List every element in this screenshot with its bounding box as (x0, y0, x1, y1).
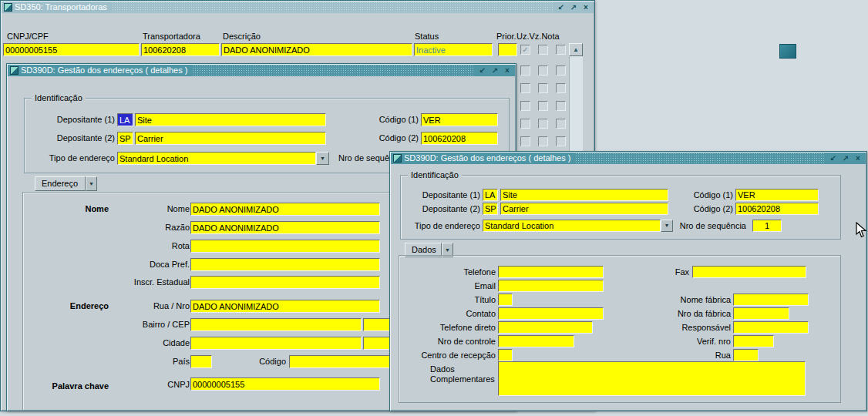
nome-field[interactable]: DADO ANONIMIZADO (190, 203, 380, 216)
vz-checkbox[interactable] (538, 136, 548, 146)
codigo1-field[interactable]: VER (421, 113, 498, 126)
cnpj-field[interactable]: 00000005155 (190, 377, 380, 391)
uz-checkbox[interactable] (520, 101, 530, 111)
inscr-estadual-field[interactable] (190, 276, 380, 289)
fax-field[interactable] (692, 266, 806, 278)
depositante2-code-field[interactable]: SP (483, 203, 498, 215)
uz-checkbox[interactable] (520, 83, 530, 93)
close-button[interactable]: × (853, 154, 863, 163)
chevron-down-icon: ▼ (320, 156, 325, 161)
tipo-endereco-dropdown-button[interactable]: ▼ (661, 220, 673, 232)
depositante1-label: Depositante (1) (30, 115, 115, 125)
close-button[interactable]: × (502, 66, 513, 75)
pais-field[interactable] (190, 355, 212, 368)
nro-sequencia-field[interactable]: 1 (752, 220, 782, 232)
uz-checkbox[interactable] (520, 119, 530, 129)
titlebar-transportadoras[interactable]: SD350: Transportadoras ↙ ↗ × (2, 2, 594, 13)
window-controls: ↙ ↗ × (553, 3, 594, 12)
tab-endereco[interactable]: Endereço (35, 176, 86, 191)
titlebar-pattern (112, 2, 553, 13)
uz-checkbox[interactable] (520, 65, 530, 75)
nota-checkbox[interactable] (556, 119, 566, 129)
minimize-button[interactable]: ↙ (477, 66, 488, 75)
nro-fabrica-field[interactable] (733, 307, 789, 320)
nota-checkbox[interactable] (556, 101, 566, 111)
fax-label: Fax (660, 267, 689, 277)
tipo-endereco-dropdown-button[interactable]: ▼ (316, 152, 329, 165)
window-controls: ↙ ↗ × (475, 66, 515, 75)
codigo-field[interactable] (289, 355, 392, 368)
verif-nro-field[interactable] (733, 335, 774, 347)
doca-pref-field[interactable] (190, 258, 380, 271)
nota-checkbox[interactable] (556, 83, 566, 93)
nro-controle-field[interactable] (498, 335, 574, 347)
razao-field[interactable]: DADO ANONIMIZADO (190, 221, 380, 234)
minimize-button[interactable]: ↙ (556, 3, 567, 12)
titlebar-enderecos-back[interactable]: SD390D: Gestão dos endereços ( detalhes … (8, 65, 515, 76)
scroll-up-button[interactable]: ▲ (569, 43, 583, 56)
titlebar-pattern (575, 153, 826, 164)
responsavel-label: Responsável (631, 323, 731, 333)
maximize-button[interactable]: ↗ (490, 66, 500, 75)
nota-checkbox[interactable] (556, 65, 566, 75)
vz-checkbox[interactable] (538, 83, 548, 93)
codigo1-field[interactable]: VER (735, 189, 819, 201)
vz-checkbox[interactable] (538, 45, 548, 55)
chevron-down-icon: ▼ (664, 223, 670, 228)
close-button[interactable]: × (580, 3, 591, 12)
depositante2-code-field[interactable]: SP (117, 132, 133, 145)
centro-recepcao-field[interactable] (498, 349, 513, 361)
vz-checkbox[interactable] (538, 101, 548, 111)
vz-checkbox[interactable] (538, 65, 548, 75)
cnpj-field[interactable]: 00000005155 (3, 43, 140, 56)
descricao-field[interactable]: DADO ANONIMIZADO (221, 43, 412, 56)
rua-field[interactable] (733, 349, 759, 361)
transportadora-field[interactable]: 100620208 (141, 43, 220, 56)
depositante2-name-field[interactable]: Carrier (500, 203, 668, 215)
telefone-direto-label: Telefone direto (402, 323, 496, 333)
codigo2-field[interactable]: 100620208 (421, 132, 498, 145)
status-field[interactable]: Inactive (414, 43, 493, 56)
nota-checkbox[interactable] (556, 136, 566, 146)
rua-nro-field[interactable]: DADO ANONIMIZADO (190, 300, 380, 313)
column-header-prior: Prior. (496, 32, 516, 42)
telefone-direto-field[interactable] (498, 321, 593, 334)
titlebar-enderecos-front[interactable]: SD390D: Gestão dos endereços ( detalhes … (391, 153, 866, 164)
rota-field[interactable] (190, 240, 380, 253)
nome-fabrica-field[interactable] (733, 294, 809, 306)
tipo-endereco-field[interactable]: Standard Location (117, 152, 316, 165)
depositante1-name-field[interactable]: Site (135, 113, 326, 126)
depositante2-name-field[interactable]: Carrier (135, 132, 326, 145)
tipo-endereco-label: Tipo de endereço (409, 221, 480, 231)
section-palavra-chave: Palavra chave (24, 381, 109, 391)
maximize-button[interactable]: ↗ (568, 3, 579, 12)
depositante1-code-field[interactable]: LA (483, 189, 498, 201)
depositante1-name-field[interactable]: Site (500, 189, 668, 201)
titulo-field[interactable] (498, 294, 513, 306)
vz-checkbox[interactable] (538, 119, 548, 129)
depositante1-code-field[interactable]: LA (117, 113, 133, 126)
contato-field[interactable] (498, 307, 604, 320)
responsavel-field[interactable] (733, 321, 809, 334)
tab-list-button[interactable]: ▼ (86, 176, 97, 191)
nome-label: Nome (115, 204, 190, 214)
telefone-field[interactable] (498, 266, 604, 278)
verif-nro-label: Verif. nro (631, 337, 731, 347)
maximize-button[interactable]: ↗ (840, 154, 851, 163)
codigo2-field[interactable]: 100620208 (735, 203, 819, 215)
nro-controle-label: Nro de controle (402, 337, 496, 347)
bairro-field[interactable] (190, 318, 362, 331)
cnpj-label: CNPJ (115, 380, 190, 390)
razao-label: Razão (115, 223, 190, 233)
nota-checkbox[interactable] (556, 45, 566, 55)
uz-checkbox[interactable]: ✓ (520, 45, 530, 55)
uz-checkbox[interactable] (520, 136, 530, 146)
minimize-button[interactable]: ↙ (828, 154, 839, 163)
bairro-cep-label: Bairro / CEP (115, 320, 190, 330)
prior-field[interactable] (498, 43, 517, 56)
tipo-endereco-field[interactable]: Standard Location (483, 220, 661, 232)
cidade-field[interactable] (190, 337, 362, 350)
rua-nro-label: Rua / Nro (115, 301, 190, 311)
dados-complementares-field[interactable] (498, 361, 806, 396)
email-field[interactable] (498, 280, 604, 292)
